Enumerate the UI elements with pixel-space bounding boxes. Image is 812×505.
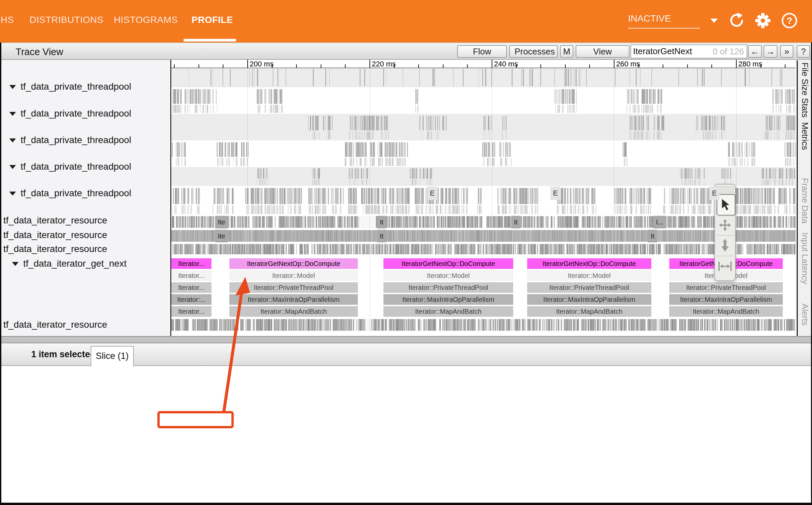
trace-slice[interactable]: Iterator...	[171, 282, 211, 293]
trace-slice[interactable]: Iterator::Model	[527, 270, 651, 281]
trace-slice[interactable]: Iterator::PrivateThreadPool	[669, 282, 783, 293]
sidebar-track-label[interactable]: tf_data_iterator_resource	[3, 230, 107, 240]
sidebar-track-label[interactable]: tf_data_iterator_resource	[3, 319, 107, 330]
pan-tool-button[interactable]	[717, 214, 734, 235]
gear-icon[interactable]	[754, 12, 772, 29]
chevron-down-icon[interactable]	[710, 19, 718, 23]
resource-track[interactable]	[171, 319, 795, 331]
tab-histograms[interactable]: HISTOGRAMS	[114, 15, 178, 25]
find-prev-button[interactable]: ←	[748, 45, 762, 58]
flow-events-button[interactable]: Flow events	[457, 45, 507, 58]
trace-track-texture	[171, 186, 795, 215]
sidebar-track-label[interactable]: tf_data_private_threadpool	[21, 188, 131, 198]
resource-track[interactable]: IteItIt	[171, 230, 795, 242]
timeline-gridline	[492, 244, 492, 255]
trace-slice[interactable]: Iterator::MaxIntraOpParallelism	[669, 294, 783, 305]
timeline-gridline	[247, 68, 248, 87]
trace-slice[interactable]: Iterator...	[171, 306, 211, 317]
rail-item-file-size-stats[interactable]: File Size Stats	[800, 62, 810, 118]
slice-label-chip[interactable]: Ite	[215, 216, 228, 228]
threadpool-track[interactable]	[171, 87, 795, 114]
track-expander-icon[interactable]	[9, 165, 16, 169]
ruler-minor-tick	[321, 64, 321, 68]
view-options-button[interactable]: View Options	[576, 45, 629, 58]
slice-label-chip[interactable]: It	[648, 230, 657, 242]
trace-slice[interactable]: Iterator::MapAndBatch	[229, 306, 358, 317]
slice-label-chip[interactable]: It	[511, 216, 520, 228]
rail-item-input-latency[interactable]: Input Latency	[800, 232, 810, 284]
trace-canvas-area[interactable]: 200 ms220 ms240 ms260 ms280 ms tf_data_p…	[0, 60, 812, 336]
trace-slice[interactable]: Iterator...	[171, 270, 211, 281]
trace-slice[interactable]: Iterator::MaxIntraOpParallelism	[383, 294, 513, 305]
trace-slice[interactable]: Iterator::MaxIntraOpParallelism	[229, 294, 358, 305]
timeline-gridline	[614, 68, 614, 87]
more-button[interactable]: »	[780, 45, 793, 58]
tab-slice[interactable]: Slice (1)	[90, 346, 134, 366]
trace-slice[interactable]: Iterator::MaxIntraOpParallelism	[527, 294, 651, 305]
help-icon[interactable]: ?	[781, 12, 798, 29]
tab-profile[interactable]: PROFILE	[192, 15, 233, 25]
trace-slice[interactable]: IteratorGetNextOp::DoCompute	[383, 258, 513, 269]
trace-slice[interactable]: Iterator::PrivateThreadPool	[383, 282, 513, 293]
trace-slice[interactable]: Iterator::Model	[383, 270, 513, 281]
trace-slice[interactable]: Iterator::MapAndBatch	[527, 306, 651, 317]
track-expander-icon[interactable]	[9, 112, 16, 116]
ruler-minor-tick	[296, 64, 297, 68]
palette-grip-handle[interactable]	[717, 186, 734, 193]
resource-track[interactable]: IteItItI...	[171, 216, 795, 228]
trace-slice[interactable]: Iterator::MapAndBatch	[669, 306, 783, 317]
rail-item-alerts[interactable]: Alerts	[800, 304, 810, 325]
threadpool-track[interactable]	[171, 68, 795, 87]
processes-button[interactable]: Processes	[509, 45, 558, 58]
sidebar-track-label[interactable]: tf_data_iterator_resource	[3, 215, 107, 226]
trace-slice[interactable]: IteratorGetNextOp::DoCompute	[527, 258, 651, 269]
trace-slice[interactable]: Iterator::MapAndBatch	[383, 306, 513, 317]
event-marker[interactable]: E	[551, 187, 560, 200]
rail-item-metrics[interactable]: Metrics	[800, 122, 810, 150]
slice-label-chip[interactable]: It	[377, 216, 386, 228]
get-next-track[interactable]: Iterator...Iterator...Iterator...Iterato…	[171, 256, 795, 318]
m-button[interactable]: M	[560, 45, 573, 58]
ruler-minor-tick	[663, 64, 663, 68]
tab-graphs[interactable]: HS	[1, 15, 14, 25]
track-expander-icon[interactable]	[12, 262, 19, 266]
slice-label-chip[interactable]: I...	[653, 216, 666, 228]
sidebar-track-label[interactable]: tf_data_iterator_get_next	[23, 258, 127, 269]
panel-divider[interactable]	[0, 336, 812, 343]
reload-icon[interactable]	[728, 12, 745, 29]
trace-slice[interactable]: IteratorGetNextOp::DoCompute	[229, 258, 358, 269]
slice-label-chip[interactable]: It	[377, 230, 386, 242]
trace-slice[interactable]: Iterator::Model	[229, 270, 358, 281]
timeline-gridline	[614, 87, 614, 114]
sidebar-track-label[interactable]: tf_data_private_threadpool	[21, 108, 131, 119]
trace-track-texture	[171, 319, 795, 331]
track-expander-icon[interactable]	[9, 192, 16, 196]
rail-item-frame-data[interactable]: Frame Data	[800, 178, 810, 223]
threadpool-track[interactable]	[171, 186, 795, 215]
slice-label-chip[interactable]: Ite	[215, 230, 228, 242]
event-marker[interactable]: E	[709, 187, 720, 200]
threadpool-track[interactable]	[171, 167, 795, 186]
timing-tool-button[interactable]	[717, 256, 734, 276]
timeline-gridline	[614, 216, 614, 228]
event-marker[interactable]: E	[427, 187, 437, 200]
run-selector[interactable]: INACTIVE	[628, 13, 700, 24]
trace-slice[interactable]: Iterator:...	[171, 294, 211, 305]
threadpool-track[interactable]	[171, 140, 795, 167]
sidebar-track-label[interactable]: tf_data_private_threadpool	[21, 161, 131, 172]
threadpool-track[interactable]	[171, 114, 795, 140]
sidebar-track-label[interactable]: tf_data_iterator_resource	[3, 244, 107, 254]
sidebar-track-label[interactable]: tf_data_private_threadpool	[21, 81, 131, 92]
sidebar-track-label[interactable]: tf_data_private_threadpool	[21, 135, 131, 145]
find-next-button[interactable]: →	[764, 45, 778, 58]
zoom-tool-button[interactable]	[717, 235, 734, 256]
track-expander-icon[interactable]	[9, 85, 16, 89]
tab-distributions[interactable]: DISTRIBUTIONS	[29, 15, 104, 25]
trace-slice[interactable]: Iterator...	[171, 258, 211, 269]
help-button[interactable]: ?	[797, 45, 810, 58]
search-input[interactable]	[633, 45, 709, 57]
track-expander-icon[interactable]	[9, 139, 16, 142]
trace-slice[interactable]: Iterator::PrivateThreadPool	[527, 282, 651, 293]
trace-slice[interactable]: Iterator::PrivateThreadPool	[229, 282, 358, 293]
resource-track[interactable]	[171, 244, 795, 255]
